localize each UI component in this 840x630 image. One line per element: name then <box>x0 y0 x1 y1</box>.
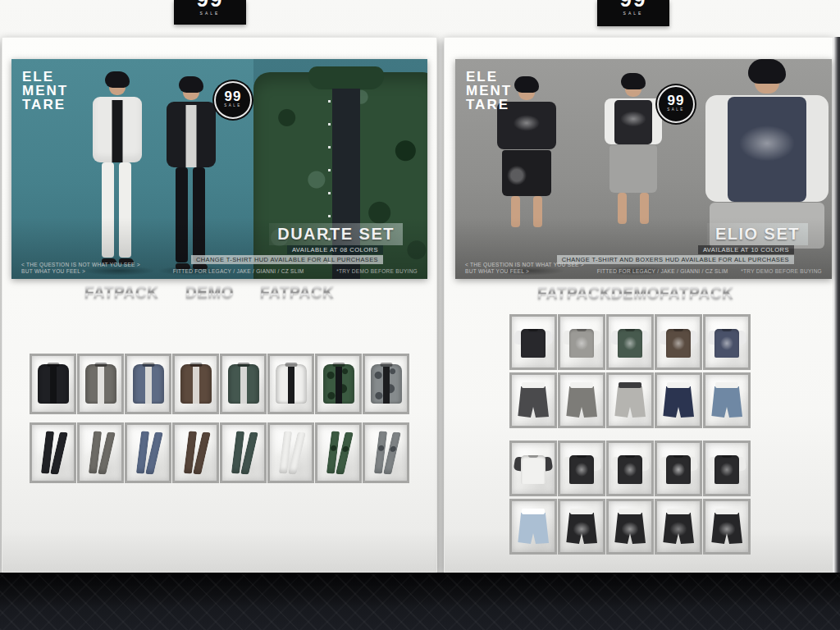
jacket-color-swatch[interactable] <box>220 354 267 414</box>
pants-color-swatch[interactable] <box>172 422 219 483</box>
shorts-color-swatch[interactable] <box>558 499 605 555</box>
tshirt-color-swatch[interactable] <box>655 441 702 496</box>
pants-graphic <box>230 431 258 475</box>
tshirt-graphic <box>514 455 552 486</box>
model-head <box>625 77 641 97</box>
model-hair <box>621 73 646 89</box>
tshirt-color-swatch[interactable] <box>558 314 605 370</box>
shorts-color-swatch[interactable] <box>509 499 557 555</box>
shorts-color-swatch[interactable] <box>703 372 751 428</box>
tshirt-color-swatch[interactable] <box>606 314 654 370</box>
pants-graphic <box>39 431 67 475</box>
pants-color-swatch[interactable] <box>363 422 409 483</box>
price-badge-label: SALE <box>659 107 693 112</box>
model-tshirt <box>605 98 662 144</box>
banner-footnotes: < THE QUESTION IS NOT WHAT YOU SEE > BUT… <box>21 262 418 275</box>
tshirt-color-swatch[interactable] <box>655 314 702 370</box>
jacket-color-swatch[interactable] <box>315 354 362 414</box>
shorts-graphic <box>663 509 694 546</box>
jacket-graphic <box>85 364 116 404</box>
elementare-logo: ELE MENT TARE <box>22 70 68 112</box>
jacket-graphic <box>180 364 212 404</box>
model-white-outfit <box>80 75 154 264</box>
quote-text: < THE QUESTION IS NOT WHAT YOU SEE > BUT… <box>21 262 140 275</box>
demo-button[interactable]: DEMO <box>611 284 660 304</box>
fatpack-button-left[interactable]: FATPACK <box>536 284 612 304</box>
jacket-color-swatch[interactable] <box>363 354 409 414</box>
demo-note: *TRY DEMO BEFORE BUYING <box>336 268 418 275</box>
model-hair <box>514 76 539 93</box>
elio-button-row: FATPACK DEMO FATPACK <box>537 285 733 303</box>
banner-footnotes: < THE QUESTION IS NOT WHAT YOU SEE > BUT… <box>465 262 822 275</box>
tshirt-graphic <box>563 455 600 486</box>
tshirt-color-swatch[interactable] <box>703 314 751 370</box>
tshirt-color-swatch[interactable] <box>703 441 751 496</box>
jacket-color-swatch[interactable] <box>125 354 171 414</box>
model-hair <box>105 71 130 88</box>
shorts-graphic <box>663 382 694 419</box>
tshirt-color-swatch[interactable] <box>558 441 605 496</box>
model-shorts <box>502 150 551 196</box>
pants-graphic <box>87 431 115 475</box>
model-head <box>518 80 535 100</box>
shorts-color-swatch[interactable] <box>703 499 751 555</box>
tshirt-graphic <box>660 455 697 486</box>
tshirt-color-swatch[interactable] <box>509 441 557 496</box>
tshirt-graphic <box>708 455 746 486</box>
tshirt-color-swatch[interactable] <box>509 314 557 370</box>
fatpack-button-left[interactable]: FATPACK <box>84 283 159 304</box>
shorts-graphic <box>518 509 549 546</box>
fatpack-button-right[interactable]: FATPACK <box>259 283 335 304</box>
shorts-graphic <box>566 509 597 546</box>
demo-note: *TRY DEMO BEFORE BUYING <box>741 268 822 275</box>
tshirt-graphic <box>563 329 600 359</box>
jacket-swatch-row <box>30 354 409 414</box>
tshirt-swatch-row-top <box>509 314 751 370</box>
pants-swatch-row <box>30 422 409 483</box>
shorts-swatch-row-top <box>509 372 751 428</box>
tshirt-swatch-row-bottom <box>509 441 751 496</box>
duarte-button-row: FATPACK DEMO FATPACK <box>84 284 334 302</box>
elio-set-poster[interactable]: ELE MENT TARE 99 SALE ELIO SET AVAILABLE… <box>455 59 832 279</box>
jacket-color-swatch[interactable] <box>77 354 124 414</box>
jacket-color-swatch[interactable] <box>172 354 219 414</box>
shorts-graphic <box>711 509 742 546</box>
shorts-color-swatch[interactable] <box>655 372 702 428</box>
model-head <box>183 80 199 100</box>
pants-color-swatch[interactable] <box>77 422 124 483</box>
availability-note: AVAILABLE AT 08 COLORS <box>287 245 383 254</box>
pants-color-swatch[interactable] <box>220 422 267 483</box>
tshirt-color-swatch[interactable] <box>606 441 654 496</box>
jacket-graphic <box>371 364 402 404</box>
jacket-graphic <box>228 364 259 404</box>
jacket-color-swatch[interactable] <box>267 354 314 414</box>
model-hair <box>179 76 203 93</box>
sale-sign-label: SALE <box>597 11 669 16</box>
demo-button[interactable]: DEMO <box>185 283 234 304</box>
shorts-color-swatch[interactable] <box>558 372 605 428</box>
model-jacket <box>93 97 142 162</box>
model-legs <box>596 193 670 224</box>
fatpack-button-right[interactable]: FATPACK <box>660 284 735 304</box>
shorts-color-swatch[interactable] <box>655 499 702 555</box>
availability-note: AVAILABLE AT 10 COLORS <box>698 245 794 254</box>
shorts-color-swatch[interactable] <box>606 499 654 555</box>
jacket-color-swatch[interactable] <box>30 354 76 414</box>
shorts-graphic <box>566 382 597 419</box>
pants-color-swatch[interactable] <box>315 422 362 483</box>
quote-text: < THE QUESTION IS NOT WHAT YOU SEE > BUT… <box>465 262 584 275</box>
pants-color-swatch[interactable] <box>30 422 76 483</box>
pants-color-swatch[interactable] <box>125 422 171 483</box>
sale-sign-price: 99 <box>597 0 669 10</box>
set-title: DUARTE SET <box>269 223 403 245</box>
pants-graphic <box>277 431 305 475</box>
tshirt-graphic <box>708 329 746 359</box>
pants-graphic <box>325 431 353 475</box>
tshirt-graphic <box>660 329 697 359</box>
price-badge-amount: 99 <box>216 89 250 103</box>
shorts-color-swatch[interactable] <box>606 372 654 428</box>
shorts-color-swatch[interactable] <box>509 372 557 428</box>
model-jacket <box>167 102 216 167</box>
pants-color-swatch[interactable] <box>267 422 314 483</box>
duarte-set-poster[interactable]: ELE MENT TARE 99 SALE DUARTE SET AVAILAB… <box>11 59 427 279</box>
